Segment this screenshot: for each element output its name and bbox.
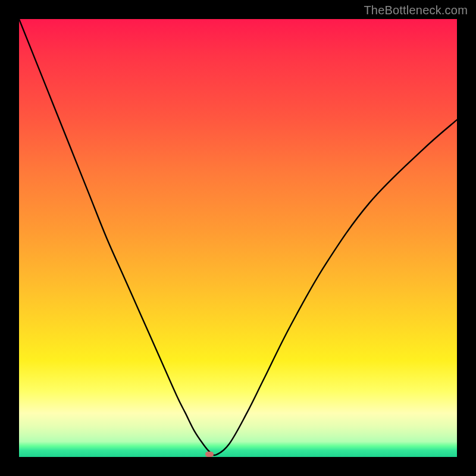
watermark-text: TheBottleneck.com bbox=[364, 4, 468, 17]
chart-frame: TheBottleneck.com bbox=[0, 0, 476, 476]
optimum-marker bbox=[205, 452, 214, 457]
bottleneck-curve bbox=[19, 19, 457, 457]
plot-area bbox=[19, 19, 457, 457]
